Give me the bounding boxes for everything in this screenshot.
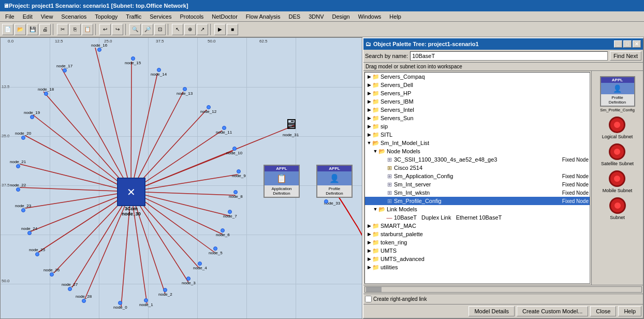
toolbar-print[interactable]: 🖨	[39, 24, 51, 35]
node-10[interactable]: node_10	[226, 147, 242, 155]
toolbar-stop[interactable]: ■	[227, 24, 238, 35]
toolbar-save[interactable]: 💾	[27, 24, 38, 35]
node-33-dot[interactable]	[324, 199, 328, 204]
toolbar-zoom-out[interactable]: 🔎	[142, 24, 153, 35]
palette-logical-subnet[interactable]: Logical Subnet	[602, 117, 633, 139]
search-input[interactable]	[410, 51, 608, 61]
tree-smart-mac[interactable]: ▶ 📁 SMART_MAC	[365, 222, 590, 230]
node-2[interactable]: node_2	[158, 288, 172, 297]
tree-node-models[interactable]: ▼ 📂 Node Models	[365, 147, 590, 155]
toolbar-zoom-in[interactable]: 🔍	[129, 24, 141, 35]
model-details-button[interactable]: Model Details	[469, 306, 515, 316]
network-canvas[interactable]: 0.0 12.5 25.0 37.5 50.0 62.5 12.5 25.0 3…	[0, 37, 362, 319]
node-16[interactable]: node_16	[91, 43, 107, 52]
menu-view[interactable]: View	[37, 12, 57, 21]
help-palette-button[interactable]: Help	[618, 306, 641, 316]
menu-topology[interactable]: Topology	[91, 12, 122, 21]
tree-servers-sun[interactable]: ▶ 📁 Servers_Sun	[365, 114, 590, 122]
node-25[interactable]: node_25	[29, 248, 45, 256]
find-next-button[interactable]: Find Next	[610, 51, 641, 61]
node-24[interactable]: node_24	[21, 226, 37, 235]
tree-sm-app-config[interactable]: ⊞ Sm_Application_Config Fixed Node	[365, 172, 590, 180]
node-9[interactable]: node_9	[232, 169, 246, 178]
horizontal-scrollbar[interactable]	[364, 286, 642, 293]
node-23[interactable]: node_23	[15, 204, 31, 212]
right-angled-link-check[interactable]: Create right-angled link	[365, 296, 427, 302]
node-22[interactable]: node_22	[10, 183, 26, 192]
toolbar-run[interactable]: ▶	[214, 24, 226, 35]
node-4[interactable]: node_4	[193, 262, 207, 270]
tree-link-models[interactable]: ▼ 📂 Link Models	[365, 205, 590, 213]
tree-sm-int-server[interactable]: ⊞ Sm_Int_server Fixed Node	[365, 180, 590, 189]
menu-design[interactable]: Design	[328, 12, 354, 21]
palette-mobile-subnet[interactable]: Mobile Subnet	[603, 170, 633, 193]
server-node-31[interactable]: 🖥 node_31	[283, 115, 299, 137]
toolbar-redo[interactable]: ↪	[112, 24, 123, 35]
node-12[interactable]: node_12	[200, 105, 216, 114]
tree-sm-int-model-list[interactable]: ▼ 📂 Sm_Int_Model_List	[365, 139, 590, 147]
node-26[interactable]: node_26	[43, 268, 60, 277]
menu-edit[interactable]: Edit	[19, 12, 37, 21]
minimize-button[interactable]: _	[614, 40, 622, 48]
tree-utilities[interactable]: ▶ 📁 utilities	[365, 263, 590, 271]
central-switch[interactable]: ✕ 3Com node_30	[117, 178, 145, 216]
palette-profile-def[interactable]: APPL 👤 ProfileDefinition Sm_Profile_Conf…	[600, 76, 635, 112]
tree-10baset[interactable]: — 10BaseT Duplex Link Ethernet 10BaseT	[365, 213, 590, 222]
node-17[interactable]: node_17	[56, 64, 72, 72]
node-27[interactable]: node_27	[62, 282, 78, 291]
right-angled-checkbox[interactable]	[365, 296, 372, 302]
palette-tree[interactable]: ▶ 📁 Servers_Compaq ▶ 📁 Servers_Dell ▶ 📁 …	[364, 72, 590, 284]
toolbar-paste[interactable]: 📋	[82, 24, 93, 35]
palette-subnet[interactable]: Subnet	[609, 197, 626, 220]
tree-token-ring[interactable]: ▶ 📁 token_ring	[365, 238, 590, 247]
close-palette-button[interactable]: Close	[590, 306, 616, 316]
menu-flow-analysis[interactable]: Flow Analysis	[242, 12, 285, 21]
menu-3dnv[interactable]: 3DNV	[304, 12, 328, 21]
node-7[interactable]: node_7	[223, 210, 237, 219]
node-28[interactable]: node_28	[76, 294, 92, 303]
menu-file[interactable]: File	[1, 12, 19, 21]
tree-umts[interactable]: ▶ 📁 UMTS	[365, 247, 590, 255]
tree-servers-compaq[interactable]: ▶ 📁 Servers_Compaq	[365, 72, 590, 81]
profile-def-box-canvas[interactable]: APPL 👤 ProfileDefinition	[316, 165, 353, 198]
toolbar-select[interactable]: ↖	[172, 24, 183, 35]
node-13[interactable]: node_13	[177, 87, 193, 96]
menu-windows[interactable]: Windows	[354, 12, 386, 21]
tree-servers-ibm[interactable]: ▶ 📁 Servers_IBM	[365, 97, 590, 106]
app-def-box[interactable]: APPL 📋 ApplicationDefinition	[264, 165, 300, 198]
close-button[interactable]: ✕	[633, 40, 641, 48]
node-21[interactable]: node_21	[10, 160, 26, 168]
menu-des[interactable]: DES	[285, 12, 305, 21]
node-3[interactable]: node_3	[182, 277, 196, 285]
node-14[interactable]: node_14	[151, 68, 167, 77]
node-20[interactable]: node_20	[15, 131, 31, 140]
menu-scenarios[interactable]: Scenarios	[57, 12, 91, 21]
tree-umts-advanced[interactable]: ▶ 📁 UMTS_advanced	[365, 255, 590, 263]
menu-traffic[interactable]: Traffic	[122, 12, 145, 21]
tree-sip[interactable]: ▶ 📁 sip	[365, 122, 590, 130]
toolbar-fit[interactable]: ⊡	[154, 24, 166, 35]
node-1[interactable]: node_1	[139, 298, 153, 307]
tree-servers-intel[interactable]: ▶ 📁 Servers_Intel	[365, 106, 590, 114]
node-6[interactable]: node_6	[216, 228, 230, 237]
palette-satellite-subnet[interactable]: Satellite Subnet	[601, 143, 634, 166]
menu-protocols[interactable]: Protocols	[175, 12, 208, 21]
node-0[interactable]: node_0	[113, 301, 127, 310]
node-11[interactable]: node_11	[216, 126, 232, 135]
maximize-button[interactable]: □	[623, 40, 632, 48]
toolbar-copy[interactable]: ⎘	[69, 24, 81, 35]
tree-sm-int-wkstn[interactable]: ⊞ Sm_Int_wkstn Fixed Node	[365, 189, 590, 197]
tree-servers-dell[interactable]: ▶ 📁 Servers_Dell	[365, 81, 590, 89]
tree-cisco2514[interactable]: ⊞ Cisco 2514	[365, 164, 590, 172]
toolbar-cut[interactable]: ✂	[57, 24, 68, 35]
menu-netdoctor[interactable]: NetDoctor	[208, 12, 242, 21]
node-18[interactable]: node_18	[38, 87, 54, 96]
node-19[interactable]: node_19	[24, 110, 40, 119]
node-15[interactable]: node_15	[125, 56, 141, 65]
toolbar-new[interactable]: 📄	[2, 24, 13, 35]
toolbar-add-link[interactable]: ↗	[197, 24, 208, 35]
menu-help[interactable]: Help	[385, 12, 405, 21]
node-5[interactable]: node_5	[209, 247, 223, 255]
toolbar-undo[interactable]: ↩	[99, 24, 111, 35]
node-8[interactable]: node_8	[229, 190, 243, 199]
